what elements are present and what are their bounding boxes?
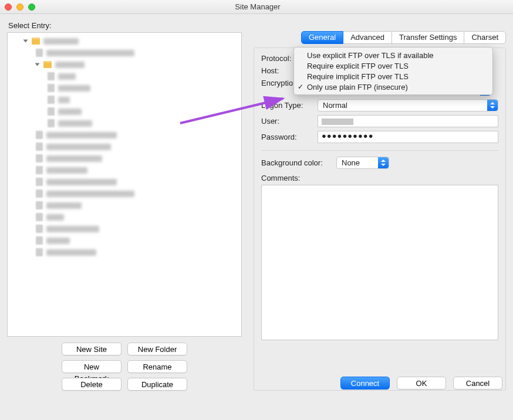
comments-textarea[interactable] bbox=[261, 185, 498, 340]
separator bbox=[261, 150, 498, 151]
tree-item[interactable] bbox=[9, 211, 240, 223]
chevron-down-icon[interactable] bbox=[35, 63, 40, 66]
site-icon bbox=[36, 154, 43, 162]
logon-type-select[interactable]: Normal bbox=[318, 99, 498, 111]
encryption-option-2[interactable]: Require implicit FTP over TLS bbox=[294, 71, 492, 82]
encryption-option-1[interactable]: Require explicit FTP over TLS bbox=[294, 60, 492, 71]
site-icon bbox=[36, 49, 43, 57]
site-icon bbox=[36, 178, 43, 186]
tree-folder[interactable] bbox=[9, 35, 240, 47]
duplicate-button[interactable]: Duplicate bbox=[127, 378, 187, 391]
tab-charset[interactable]: Charset bbox=[464, 31, 506, 44]
site-icon bbox=[36, 166, 43, 174]
tree-item[interactable] bbox=[9, 188, 240, 199]
site-icon bbox=[36, 213, 43, 221]
new-bookmark-button[interactable]: New Bookmark bbox=[62, 360, 122, 373]
site-icon bbox=[36, 143, 43, 151]
general-form: Protocol: Host: Encryption: Logon T bbox=[254, 48, 506, 391]
site-icon bbox=[36, 131, 43, 139]
select-entry-label: Select Entry: bbox=[8, 21, 506, 30]
new-folder-button[interactable]: New Folder bbox=[127, 343, 187, 355]
tree-item[interactable] bbox=[9, 235, 240, 246]
encryption-option-3[interactable]: Only use plain FTP (insecure) bbox=[294, 82, 492, 92]
tree-item[interactable] bbox=[9, 94, 240, 106]
tree-item[interactable] bbox=[9, 176, 240, 188]
tree-item[interactable] bbox=[9, 82, 240, 94]
tree-item[interactable] bbox=[9, 70, 240, 82]
tree-item[interactable] bbox=[9, 153, 240, 164]
site-icon bbox=[48, 119, 55, 127]
tree-item[interactable] bbox=[9, 164, 240, 176]
comments-label: Comments: bbox=[261, 174, 498, 182]
site-icon bbox=[36, 225, 43, 233]
connect-button[interactable]: Connect bbox=[340, 377, 390, 389]
titlebar: Site Manager bbox=[0, 0, 513, 14]
updown-caret-icon bbox=[378, 157, 389, 168]
tab-transfer-settings[interactable]: Transfer Settings bbox=[392, 31, 465, 44]
user-input[interactable] bbox=[318, 115, 498, 127]
logon-type-label: Logon Type: bbox=[261, 101, 313, 110]
site-icon bbox=[36, 201, 43, 209]
tree-item[interactable] bbox=[9, 223, 240, 235]
site-icon bbox=[48, 107, 55, 116]
encryption-option-0[interactable]: Use explicit FTP over TLS if available bbox=[294, 50, 492, 60]
chevron-down-icon[interactable] bbox=[23, 40, 28, 43]
window-title: Site Manager bbox=[35, 2, 480, 11]
site-tree[interactable] bbox=[7, 32, 242, 337]
cancel-button[interactable]: Cancel bbox=[453, 377, 502, 389]
tree-folder[interactable] bbox=[9, 59, 240, 70]
site-actions-grid: New Site New Folder New Bookmark Rename … bbox=[7, 343, 242, 391]
tree-item[interactable] bbox=[9, 246, 240, 258]
left-pane: New Site New Folder New Bookmark Rename … bbox=[7, 32, 242, 391]
tree-item[interactable] bbox=[9, 199, 240, 211]
window-controls bbox=[5, 4, 35, 11]
tree-item[interactable] bbox=[9, 141, 240, 153]
minimize-dot-icon[interactable] bbox=[16, 4, 23, 11]
rename-button[interactable]: Rename bbox=[127, 360, 187, 373]
new-site-button[interactable]: New Site bbox=[62, 343, 122, 355]
site-icon bbox=[36, 189, 43, 198]
site-icon bbox=[48, 96, 55, 104]
ok-button[interactable]: OK bbox=[397, 377, 446, 389]
site-icon bbox=[48, 72, 55, 80]
site-icon bbox=[48, 84, 55, 92]
logon-type-value: Normal bbox=[323, 101, 347, 110]
background-color-value: None bbox=[342, 158, 360, 167]
tabbar: General Advanced Transfer Settings Chars… bbox=[254, 31, 506, 44]
password-label: Password: bbox=[261, 133, 313, 141]
tab-advanced[interactable]: Advanced bbox=[343, 31, 392, 44]
close-dot-icon[interactable] bbox=[5, 4, 12, 11]
tree-item[interactable] bbox=[9, 117, 240, 129]
user-label: User: bbox=[261, 117, 313, 126]
password-input[interactable]: ●●●●●●●●●● bbox=[318, 131, 498, 143]
zoom-dot-icon[interactable] bbox=[28, 4, 35, 11]
updown-caret-icon bbox=[487, 100, 498, 111]
tree-item[interactable] bbox=[9, 47, 240, 59]
tab-general[interactable]: General bbox=[301, 31, 343, 44]
encryption-dropdown-popup[interactable]: Use explicit FTP over TLS if available R… bbox=[293, 47, 493, 95]
folder-icon bbox=[43, 61, 52, 68]
background-color-label: Background color: bbox=[261, 158, 332, 167]
background-color-select[interactable]: None bbox=[336, 157, 389, 169]
delete-button[interactable]: Delete bbox=[62, 378, 122, 391]
site-icon bbox=[36, 236, 43, 245]
site-icon bbox=[36, 248, 43, 256]
tree-item[interactable] bbox=[9, 106, 240, 117]
folder-icon bbox=[32, 38, 40, 45]
dialog-buttons: Connect OK Cancel bbox=[340, 377, 502, 389]
tree-item[interactable] bbox=[9, 129, 240, 141]
